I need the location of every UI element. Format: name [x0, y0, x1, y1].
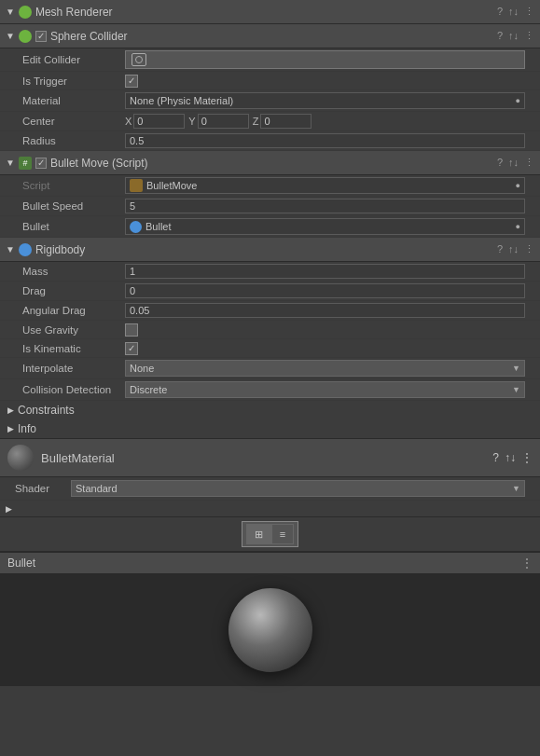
- rigidbody-menu-icon[interactable]: ⋮: [524, 243, 534, 255]
- script-object-field[interactable]: BulletMove ●: [125, 177, 525, 194]
- angular-drag-value: [125, 303, 525, 318]
- bullet-material-sphere-icon: [7, 445, 34, 471]
- bullet-material-title: BulletMaterial: [41, 451, 492, 465]
- constraints-label: Constraints: [18, 404, 75, 417]
- preview-sphere: [228, 588, 312, 672]
- drag-row: Drag: [0, 282, 540, 301]
- sphere-collider-move-icon[interactable]: ↑↓: [508, 30, 519, 42]
- rigidbody-help-icon[interactable]: ?: [497, 243, 503, 255]
- script-name: BulletMove: [146, 180, 197, 191]
- mesh-renderer-icon: [19, 6, 32, 19]
- bullet-speed-label: Bullet Speed: [22, 200, 125, 212]
- center-z-item: Z: [253, 114, 312, 129]
- use-gravity-label: Use Gravity: [22, 324, 125, 336]
- bullet-section-menu-icon[interactable]: ⋮: [521, 557, 533, 570]
- is-trigger-checkbox[interactable]: [125, 75, 138, 88]
- center-x-input[interactable]: [133, 114, 185, 129]
- edit-collider-button[interactable]: [125, 50, 525, 69]
- bullet-move-move-icon[interactable]: ↑↓: [508, 157, 519, 169]
- material-field-text: None (Physic Material): [130, 95, 233, 106]
- collision-detection-dropdown-text: Discrete: [130, 384, 167, 395]
- radius-row: Radius: [0, 131, 540, 151]
- bullet-move-header[interactable]: ▼ # Bullet Move (Script) ? ↑↓ ⋮: [0, 151, 540, 175]
- interpolate-dropdown-arrow: ▼: [512, 364, 520, 373]
- toolbar-list-button[interactable]: ≡: [271, 524, 294, 544]
- shader-label: Shader: [15, 483, 71, 494]
- shader-dropdown-text: Standard: [76, 483, 118, 494]
- mass-value: [125, 264, 525, 279]
- use-gravity-checkbox[interactable]: [125, 323, 138, 337]
- bullet-obj-dot: ●: [516, 222, 520, 231]
- angular-drag-row: Angular Drag: [0, 301, 540, 321]
- drag-input[interactable]: [125, 283, 525, 298]
- bullet-speed-value: [125, 199, 525, 213]
- material-expand-row[interactable]: ▶: [0, 501, 540, 517]
- center-y-item: Y: [188, 114, 248, 129]
- collision-detection-label: Collision Detection: [22, 384, 125, 395]
- bullet-object-field[interactable]: Bullet ●: [125, 218, 525, 235]
- interpolate-dropdown[interactable]: None ▼: [125, 360, 525, 377]
- bullet-speed-input[interactable]: [125, 199, 525, 213]
- center-y-input[interactable]: [198, 114, 249, 129]
- shader-row: Shader Standard ▼: [0, 477, 540, 501]
- angular-drag-input[interactable]: [125, 303, 525, 318]
- rigidbody-header[interactable]: ▼ Rigidbody ? ↑↓ ⋮: [0, 238, 540, 262]
- bullet-material-move-icon[interactable]: ↑↓: [505, 451, 516, 464]
- script-row: Script BulletMove ●: [0, 175, 540, 197]
- bullet-section-title: Bullet: [7, 557, 521, 570]
- material-field-dot: ●: [516, 96, 520, 105]
- bullet-move-menu-icon[interactable]: ⋮: [524, 157, 534, 169]
- mesh-renderer-arrow: ▼: [6, 7, 15, 17]
- shader-dropdown[interactable]: Standard ▼: [71, 480, 525, 497]
- collision-detection-row: Collision Detection Discrete ▼: [0, 379, 540, 401]
- sphere-collider-menu-icon[interactable]: ⋮: [524, 30, 534, 42]
- is-kinematic-value: [125, 342, 525, 355]
- sphere-collider-help-icon[interactable]: ?: [497, 30, 503, 42]
- interpolate-label: Interpolate: [22, 363, 125, 374]
- toolbar-row: ⊞ ≡: [0, 517, 540, 552]
- material-row: Material None (Physic Material) ●: [0, 90, 540, 112]
- constraints-row[interactable]: ▶ Constraints: [0, 401, 540, 419]
- bullet-move-checkbox[interactable]: [35, 158, 47, 169]
- edit-collider-row: Edit Collider: [0, 48, 540, 72]
- sphere-collider-checkbox[interactable]: [35, 31, 47, 42]
- bullet-move-help-icon[interactable]: ?: [497, 157, 503, 169]
- mesh-renderer-header[interactable]: ▼ Mesh Renderer ? ↑↓ ⋮: [0, 0, 540, 24]
- material-field[interactable]: None (Physic Material) ●: [125, 92, 525, 109]
- center-value: X Y Z: [125, 114, 525, 129]
- bullet-field-row: Bullet Bullet ●: [0, 216, 540, 238]
- material-value: None (Physic Material) ●: [125, 92, 525, 109]
- edit-collider-icon: [132, 53, 146, 66]
- toolbar-grid-button[interactable]: ⊞: [246, 524, 271, 544]
- mesh-renderer-move-icon[interactable]: ↑↓: [508, 6, 519, 18]
- collision-detection-dropdown[interactable]: Discrete ▼: [125, 381, 525, 398]
- is-trigger-row: Is Trigger: [0, 72, 540, 90]
- rigidbody-icon: [19, 243, 32, 256]
- is-trigger-label: Is Trigger: [22, 76, 125, 87]
- rigidbody-title: Rigidbody: [35, 243, 497, 256]
- info-row[interactable]: ▶ Info: [0, 419, 540, 438]
- rigidbody-move-icon[interactable]: ↑↓: [508, 243, 519, 255]
- sphere-collider-header[interactable]: ▼ Sphere Collider ? ↑↓ ⋮: [0, 24, 540, 48]
- radius-input[interactable]: [125, 133, 525, 148]
- drag-label: Drag: [22, 285, 125, 296]
- bullet-field-value: Bullet ●: [125, 218, 525, 235]
- center-x-label: X: [125, 116, 132, 127]
- center-x-item: X: [125, 114, 185, 129]
- collision-detection-dropdown-arrow: ▼: [512, 385, 520, 394]
- bullet-obj-icon: [130, 221, 142, 233]
- edit-collider-label: Edit Collider: [22, 54, 125, 65]
- mesh-renderer-title: Mesh Renderer: [35, 6, 497, 19]
- bullet-material-help-icon[interactable]: ?: [492, 451, 499, 464]
- shader-value: Standard ▼: [71, 480, 525, 497]
- bullet-move-sub-icon: #: [19, 157, 32, 170]
- center-label: Center: [22, 116, 125, 127]
- is-kinematic-checkbox[interactable]: [125, 342, 138, 355]
- mesh-renderer-menu-icon[interactable]: ⋮: [524, 6, 534, 18]
- bullet-material-menu-icon[interactable]: ⋮: [521, 451, 533, 464]
- bullet-material-header[interactable]: BulletMaterial ? ↑↓ ⋮: [0, 438, 540, 477]
- mesh-renderer-help-icon[interactable]: ?: [497, 6, 503, 18]
- mass-input[interactable]: [125, 264, 525, 279]
- bullet-speed-row: Bullet Speed: [0, 197, 540, 216]
- center-z-input[interactable]: [260, 114, 312, 129]
